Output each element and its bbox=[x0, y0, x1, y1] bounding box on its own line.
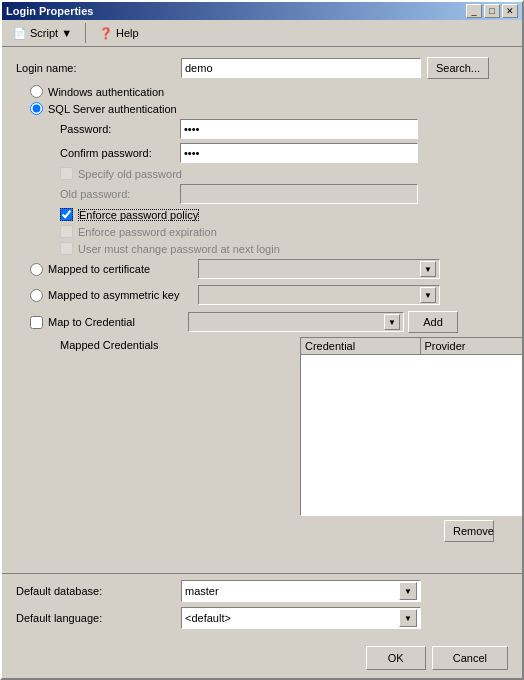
search-button[interactable]: Search... bbox=[427, 57, 489, 79]
login-name-input[interactable] bbox=[181, 58, 421, 78]
default-database-dropdown[interactable]: master ▼ bbox=[181, 580, 421, 602]
user-must-change-checkbox[interactable] bbox=[60, 242, 73, 255]
password-label: Password: bbox=[60, 123, 180, 135]
mapped-cert-dropdown[interactable]: ▼ bbox=[198, 259, 440, 279]
user-must-change-label: User must change password at next login bbox=[78, 243, 280, 255]
main-window: Login Properties _ □ ✕ 📄 Script ▼ ❓ Help… bbox=[0, 0, 524, 680]
password-row: Password: bbox=[60, 119, 508, 139]
specify-old-pw-row: Specify old password bbox=[60, 167, 508, 180]
provider-col-header: Provider bbox=[421, 338, 523, 354]
close-button[interactable]: ✕ bbox=[502, 4, 518, 18]
sql-auth-label: SQL Server authentication bbox=[48, 103, 177, 115]
windows-auth-label: Windows authentication bbox=[48, 86, 164, 98]
title-bar: Login Properties _ □ ✕ bbox=[2, 2, 522, 20]
ok-button[interactable]: OK bbox=[366, 646, 426, 670]
sql-auth-row: SQL Server authentication bbox=[16, 102, 508, 115]
title-bar-buttons: _ □ ✕ bbox=[466, 4, 518, 18]
toolbar-separator bbox=[85, 23, 86, 43]
minimize-button[interactable]: _ bbox=[466, 4, 482, 18]
mapped-cert-row: Mapped to certificate ▼ bbox=[16, 259, 508, 279]
map-credential-checkbox[interactable] bbox=[30, 316, 43, 329]
windows-auth-row: Windows authentication bbox=[16, 85, 508, 98]
confirm-password-input[interactable] bbox=[180, 143, 418, 163]
mapped-credentials-table-container: Credential Provider bbox=[180, 337, 522, 516]
mapped-asym-row: Mapped to asymmetric key ▼ bbox=[16, 285, 508, 305]
sql-auth-radio[interactable] bbox=[30, 102, 43, 115]
mapped-credentials-section: Mapped Credentials Credential Provider bbox=[16, 337, 508, 516]
enforce-policy-row: Enforce password policy bbox=[16, 208, 508, 221]
mapped-credentials-table: Credential Provider bbox=[300, 337, 522, 516]
help-label: Help bbox=[116, 27, 139, 39]
add-button[interactable]: Add bbox=[408, 311, 458, 333]
confirm-password-row: Confirm password: bbox=[60, 143, 508, 163]
mapped-credentials-header: Credential Provider bbox=[301, 338, 522, 355]
default-database-arrow[interactable]: ▼ bbox=[399, 582, 417, 600]
mapped-credentials-label: Mapped Credentials bbox=[60, 337, 180, 516]
enforce-policy-label: Enforce password policy bbox=[78, 209, 199, 221]
script-dropdown-arrow: ▼ bbox=[61, 27, 72, 39]
confirm-password-label: Confirm password: bbox=[60, 147, 180, 159]
default-database-label: Default database: bbox=[16, 585, 181, 597]
user-must-change-row: User must change password at next login bbox=[16, 242, 508, 255]
enforce-expiration-checkbox[interactable] bbox=[60, 225, 73, 238]
old-password-input[interactable] bbox=[180, 184, 418, 204]
mapped-asym-label: Mapped to asymmetric key bbox=[48, 289, 198, 301]
enforce-expiration-label: Enforce password expiration bbox=[78, 226, 217, 238]
old-password-row: Old password: bbox=[60, 184, 508, 204]
mapped-asym-radio[interactable] bbox=[30, 289, 43, 302]
old-password-label: Old password: bbox=[60, 188, 180, 200]
credential-col-header: Credential bbox=[301, 338, 421, 354]
script-icon: 📄 bbox=[13, 27, 27, 40]
default-language-label: Default language: bbox=[16, 612, 181, 624]
password-section: Password: Confirm password: Specify old … bbox=[60, 119, 508, 204]
script-label: Script bbox=[30, 27, 58, 39]
mapped-asym-dropdown[interactable]: ▼ bbox=[198, 285, 440, 305]
enforce-policy-checkbox[interactable] bbox=[60, 208, 73, 221]
help-button[interactable]: ❓ Help bbox=[92, 24, 146, 43]
mapped-cert-label: Mapped to certificate bbox=[48, 263, 198, 275]
map-credential-row: Map to Credential ▼ Add bbox=[16, 311, 508, 333]
default-language-dropdown[interactable]: <default> ▼ bbox=[181, 607, 421, 629]
enforce-expiration-row: Enforce password expiration bbox=[16, 225, 508, 238]
password-input[interactable] bbox=[180, 119, 418, 139]
map-credential-dropdown[interactable]: ▼ bbox=[188, 312, 404, 332]
login-name-label: Login name: bbox=[16, 62, 181, 74]
specify-old-password-checkbox[interactable] bbox=[60, 167, 73, 180]
mapped-cert-radio[interactable] bbox=[30, 263, 43, 276]
mapped-asym-arrow[interactable]: ▼ bbox=[420, 287, 436, 303]
cancel-button[interactable]: Cancel bbox=[432, 646, 508, 670]
title-bar-text: Login Properties bbox=[6, 5, 93, 17]
script-button[interactable]: 📄 Script ▼ bbox=[6, 24, 79, 43]
footer-buttons: OK Cancel bbox=[2, 640, 522, 678]
specify-old-password-label: Specify old password bbox=[78, 168, 182, 180]
map-credential-arrow[interactable]: ▼ bbox=[384, 314, 400, 330]
content-area: Login name: Search... Windows authentica… bbox=[2, 47, 522, 573]
default-database-value: master bbox=[185, 585, 219, 597]
remove-button[interactable]: Remove bbox=[444, 520, 494, 542]
maximize-button[interactable]: □ bbox=[484, 4, 500, 18]
remove-btn-container: Remove bbox=[16, 520, 494, 542]
mapped-credentials-body bbox=[301, 355, 522, 515]
default-language-row: Default language: <default> ▼ bbox=[16, 607, 508, 629]
login-name-row: Login name: Search... bbox=[16, 57, 508, 79]
bottom-section: Default database: master ▼ Default langu… bbox=[2, 573, 522, 640]
toolbar: 📄 Script ▼ ❓ Help bbox=[2, 20, 522, 47]
mapped-cert-arrow[interactable]: ▼ bbox=[420, 261, 436, 277]
windows-auth-radio[interactable] bbox=[30, 85, 43, 98]
default-database-row: Default database: master ▼ bbox=[16, 580, 508, 602]
default-language-value: <default> bbox=[185, 612, 231, 624]
map-credential-label: Map to Credential bbox=[48, 316, 188, 328]
default-language-arrow[interactable]: ▼ bbox=[399, 609, 417, 627]
help-icon: ❓ bbox=[99, 27, 113, 40]
